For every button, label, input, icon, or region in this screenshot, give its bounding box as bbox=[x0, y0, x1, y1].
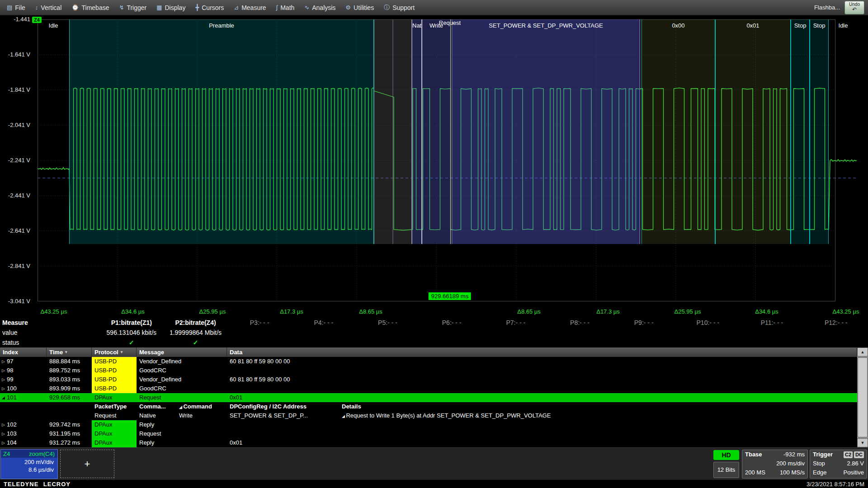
delta-label: Δ17.3 µs bbox=[596, 308, 620, 315]
expand-icon[interactable]: ▷ bbox=[2, 384, 5, 393]
menu-item-label: Trigger bbox=[127, 4, 146, 11]
expand-icon[interactable]: ▷ bbox=[2, 375, 5, 384]
row-data: 60 81 80 ff 59 80 00 00 bbox=[227, 375, 857, 384]
trigger-coupling-chip: DC bbox=[854, 451, 864, 458]
scroll-up-button[interactable]: ▲ bbox=[857, 347, 868, 357]
menu-item-measure[interactable]: ⊿Measure bbox=[229, 0, 271, 15]
menu-item-trigger[interactable]: ↯Trigger bbox=[114, 0, 151, 15]
column-header-message[interactable]: Message bbox=[137, 347, 227, 357]
z4-trace-descriptor[interactable]: Z4 zoom(C4) 200 mV/div 8.6 µs/div bbox=[0, 449, 58, 479]
trigger-source-chip: C2 bbox=[844, 451, 853, 458]
region-data-0x00: 0x00 bbox=[642, 19, 715, 244]
param-header-p9[interactable]: P9:- - - bbox=[612, 318, 676, 328]
param-value-p4 bbox=[292, 328, 356, 338]
region-label: 0x01 bbox=[716, 22, 790, 29]
cursors-icon: ╋ bbox=[195, 4, 199, 11]
timebase-descriptor[interactable]: Tbase -932 ms 200 ms/div 200 MS 100 MS/s bbox=[742, 450, 808, 479]
param-header-p11[interactable]: P11:- - - bbox=[740, 318, 804, 328]
measure-names-row: MeasureP1:bitrate(Z1)P2:bitrate(Z4)P3:- … bbox=[0, 318, 868, 328]
delta-label: Δ17.3 µs bbox=[280, 308, 303, 315]
param-header-p1[interactable]: P1:bitrate(Z1) bbox=[99, 318, 164, 328]
menu-bar: ▤File↕Vertical⌚Timebase↯Trigger▦Display╋… bbox=[0, 0, 868, 15]
param-status-p9 bbox=[612, 338, 676, 347]
row-index: 101 bbox=[7, 393, 17, 402]
row-index-cell: ▷103 bbox=[0, 429, 47, 438]
region-address: SET_POWER & SET_DP_PWR_VOLTAGE bbox=[452, 19, 640, 244]
z4-label: Z4 bbox=[3, 450, 10, 457]
param-status-p6 bbox=[420, 338, 484, 347]
param-status-p4 bbox=[292, 338, 356, 347]
menu-item-utilities[interactable]: ⚙Utilities bbox=[340, 0, 379, 15]
param-status-p8 bbox=[548, 338, 612, 347]
param-header-p10[interactable]: P10:- - - bbox=[676, 318, 740, 328]
param-header-p5[interactable]: P5:- - - bbox=[356, 318, 420, 328]
undo-button[interactable]: Undo ↶ bbox=[844, 1, 864, 14]
menu-item-timebase[interactable]: ⌚Timebase bbox=[66, 0, 114, 15]
row-time: 931.272 ms bbox=[47, 438, 92, 447]
menu-item-file[interactable]: ▤File bbox=[2, 0, 30, 15]
param-value-p11 bbox=[740, 328, 804, 338]
resolution-box[interactable]: 12 Bits bbox=[713, 462, 739, 478]
table-row-99[interactable]: ▷99893.033 msUSB-PDVendor_Defined60 81 8… bbox=[0, 375, 857, 384]
expand-icon[interactable]: ▷ bbox=[2, 420, 5, 429]
table-row-98[interactable]: ▷98889.752 msUSB-PDGoodCRC bbox=[0, 366, 857, 375]
flashback-label[interactable]: Flashba... bbox=[814, 4, 844, 11]
scroll-thumb[interactable] bbox=[858, 357, 868, 437]
filter-icon[interactable]: ▾ bbox=[65, 347, 67, 357]
menu-item-label: Utilities bbox=[354, 4, 374, 11]
column-header-index[interactable]: Index bbox=[0, 347, 47, 357]
menu-item-vertical[interactable]: ↕Vertical bbox=[30, 0, 66, 15]
protocol-decode-table: IndexTime▾Protocol▾MessageData ▷97888.88… bbox=[0, 347, 868, 447]
param-header-p6[interactable]: P6:- - - bbox=[420, 318, 484, 328]
param-header-p4[interactable]: P4:- - - bbox=[292, 318, 356, 328]
expand-icon[interactable]: ▷ bbox=[2, 366, 5, 375]
scroll-down-button[interactable]: ▼ bbox=[857, 438, 868, 447]
menu-item-support[interactable]: ⓘSupport bbox=[379, 0, 420, 15]
region-write: Write bbox=[422, 19, 451, 244]
param-header-p3[interactable]: P3:- - - bbox=[227, 318, 292, 328]
table-row-97[interactable]: ▷97888.884 msUSB-PDVendor_Defined60 81 8… bbox=[0, 357, 857, 366]
column-header-protocol[interactable]: Protocol▾ bbox=[92, 347, 137, 357]
expand-icon[interactable]: ▷ bbox=[2, 429, 5, 438]
expand-icon[interactable]: ◢ bbox=[342, 414, 346, 418]
subrow-text: Native bbox=[139, 412, 156, 419]
add-trace-button[interactable]: + bbox=[60, 450, 114, 478]
filter-icon[interactable]: ▾ bbox=[121, 347, 123, 357]
menu-item-display[interactable]: ▦Display bbox=[151, 0, 190, 15]
voltage-label: -2.641 V bbox=[8, 227, 30, 234]
waveform-display[interactable]: -1.441-1.641 V-1.841 V-2.041 V-2.241 V-2… bbox=[0, 15, 868, 316]
table-row-103[interactable]: ▷103931.195 msDPAuxRequest bbox=[0, 429, 857, 438]
delta-label: Δ8.65 µs bbox=[517, 308, 541, 315]
menu-item-analysis[interactable]: ∿Analysis bbox=[299, 0, 340, 15]
param-status-p2: ✓ bbox=[164, 338, 228, 347]
scroll-track[interactable] bbox=[857, 357, 868, 438]
z4-tdiv: 8.6 µs/div bbox=[1, 465, 57, 473]
menu-item-cursors[interactable]: ╋Cursors bbox=[190, 0, 229, 15]
expand-icon[interactable]: ▷ bbox=[2, 357, 5, 366]
table-scrollbar[interactable]: ▲ ▼ bbox=[857, 347, 868, 447]
table-row-104[interactable]: ▷104931.272 msDPAuxReply0x01 bbox=[0, 438, 857, 447]
expand-icon[interactable]: ▷ bbox=[2, 438, 5, 447]
table-row-102[interactable]: ▷102929.742 msDPAuxReply bbox=[0, 420, 857, 429]
region-label: Stop bbox=[810, 22, 828, 29]
expand-icon[interactable]: ◢ bbox=[179, 405, 183, 409]
support-icon: ⓘ bbox=[384, 4, 390, 12]
table-row-101[interactable]: ◢101929.658 msDPAuxRequest0x01 bbox=[0, 393, 857, 402]
param-header-p2[interactable]: P2:bitrate(Z4) bbox=[164, 318, 228, 328]
menu-item-label: Support bbox=[392, 4, 415, 11]
row-data bbox=[227, 429, 857, 438]
row-protocol: DPAux bbox=[92, 438, 137, 447]
param-header-p7[interactable]: P7:- - - bbox=[484, 318, 548, 328]
column-header-data[interactable]: Data bbox=[227, 347, 857, 357]
menu-item-math[interactable]: ∫Math bbox=[271, 0, 300, 15]
z4-source: zoom(C4) bbox=[29, 450, 55, 457]
subrow-text: SET_POWER & SET_DP_P... bbox=[230, 412, 308, 419]
trigger-descriptor[interactable]: Trigger C2 DC Stop 2.86 V Edge Positive bbox=[810, 450, 867, 479]
row-data: 60 81 80 ff 59 80 00 00 bbox=[227, 357, 857, 366]
table-row-100[interactable]: ▷100893.909 msUSB-PDGoodCRC bbox=[0, 384, 857, 393]
param-header-p8[interactable]: P8:- - - bbox=[548, 318, 612, 328]
param-header-p12[interactable]: P12:- - - bbox=[804, 318, 868, 328]
expand-icon[interactable]: ◢ bbox=[2, 393, 5, 402]
column-header-time[interactable]: Time▾ bbox=[47, 347, 92, 357]
row-index: 97 bbox=[7, 357, 13, 366]
